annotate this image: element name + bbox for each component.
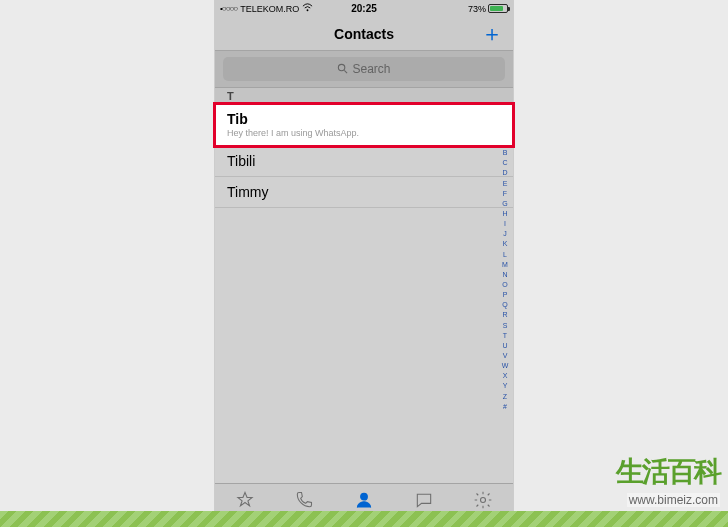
contact-status: Hey there! I am using WhatsApp. — [227, 128, 501, 138]
contacts-icon — [354, 490, 374, 512]
index-letter[interactable]: P — [503, 290, 508, 300]
status-bar: •○○○○ TELEKOM.RO 20:25 73% — [215, 0, 513, 17]
index-letter[interactable]: E — [503, 179, 508, 189]
index-letter[interactable]: X — [503, 371, 508, 381]
clock-label: 20:25 — [351, 3, 377, 14]
phone-screen: •○○○○ TELEKOM.RO 20:25 73% Contacts ＋ Se… — [214, 0, 514, 527]
add-contact-button[interactable]: ＋ — [481, 23, 503, 45]
index-letter[interactable]: G — [502, 199, 507, 209]
page-frame: •○○○○ TELEKOM.RO 20:25 73% Contacts ＋ Se… — [0, 0, 728, 527]
index-letter[interactable]: Z — [503, 392, 507, 402]
footer-stripe — [0, 511, 728, 527]
index-letter[interactable]: K — [503, 239, 508, 249]
index-letter[interactable]: C — [502, 158, 507, 168]
index-letter[interactable]: W — [502, 361, 509, 371]
favorites-icon — [235, 490, 255, 512]
svg-point-3 — [361, 493, 368, 500]
signal-dots: •○○○○ — [220, 4, 237, 13]
index-letter[interactable]: J — [503, 229, 507, 239]
search-icon — [337, 63, 348, 76]
index-letter[interactable]: R — [502, 310, 507, 320]
index-letter[interactable]: Q — [502, 300, 507, 310]
index-letter[interactable]: I — [504, 219, 506, 229]
wifi-icon — [302, 3, 313, 14]
contact-row[interactable]: TibHey there! I am using WhatsApp. — [215, 104, 513, 146]
calls-icon — [294, 490, 314, 512]
index-letter[interactable]: S — [503, 321, 508, 331]
index-letter[interactable]: Y — [503, 381, 508, 391]
index-letter[interactable]: D — [502, 168, 507, 178]
search-input[interactable]: Search — [223, 57, 505, 81]
svg-line-2 — [345, 70, 348, 73]
svg-point-1 — [339, 64, 345, 70]
carrier-label: TELEKOM.RO — [240, 4, 299, 14]
battery-icon — [488, 4, 508, 13]
nav-bar: Contacts ＋ — [215, 17, 513, 51]
svg-point-0 — [307, 9, 309, 11]
index-letter[interactable]: V — [503, 351, 508, 361]
index-letter[interactable]: T — [503, 331, 507, 341]
watermark-logo: 生活百科 — [616, 453, 720, 491]
index-letter[interactable]: F — [503, 189, 507, 199]
page-title: Contacts — [334, 26, 394, 42]
battery-group: 73% — [468, 4, 508, 14]
chats-icon — [414, 490, 434, 512]
contact-row[interactable]: Timmy — [215, 177, 513, 208]
section-header: T — [215, 88, 513, 104]
search-placeholder: Search — [352, 62, 390, 76]
settings-icon — [473, 490, 493, 512]
watermark-url: www.bimeiz.com — [627, 493, 720, 507]
index-letter[interactable]: N — [502, 270, 507, 280]
index-letter[interactable]: M — [502, 260, 508, 270]
index-letter[interactable]: # — [503, 402, 507, 412]
contact-name: Timmy — [227, 184, 501, 200]
index-letter[interactable]: L — [503, 250, 507, 260]
contact-name: Tib — [227, 111, 501, 127]
index-letter[interactable]: H — [502, 209, 507, 219]
contact-name: Tibili — [227, 153, 501, 169]
battery-pct: 73% — [468, 4, 486, 14]
alpha-index[interactable]: ABCDEFGHIJKLMNOPQRSTUVWXYZ# — [499, 138, 511, 473]
svg-point-4 — [481, 497, 486, 502]
index-letter[interactable]: B — [503, 148, 508, 158]
search-container: Search — [215, 51, 513, 88]
index-letter[interactable]: O — [502, 280, 507, 290]
contact-row[interactable]: Tibili — [215, 146, 513, 177]
contacts-list[interactable]: T TibHey there! I am using WhatsApp.Tibi… — [215, 88, 513, 483]
index-letter[interactable]: U — [502, 341, 507, 351]
